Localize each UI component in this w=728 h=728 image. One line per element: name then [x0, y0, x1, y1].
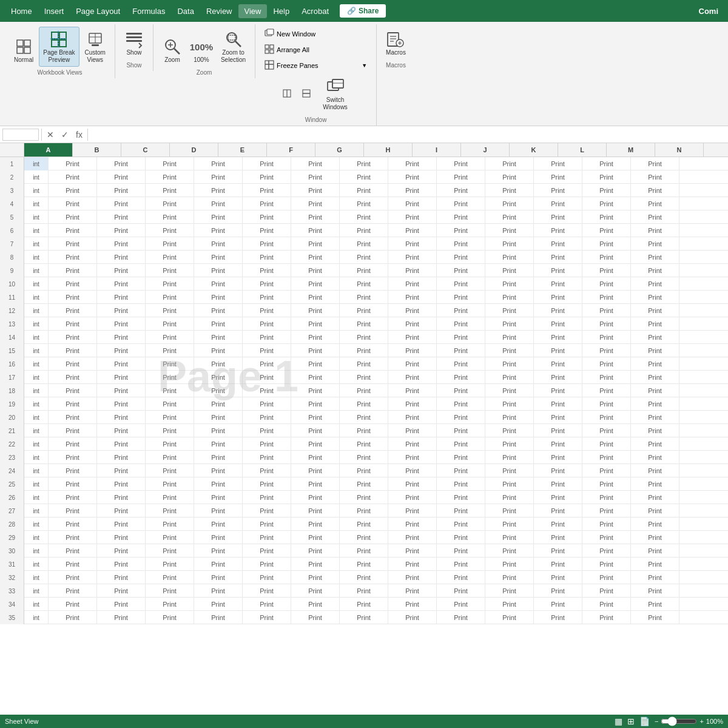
cell-I24[interactable]: Print — [388, 464, 437, 477]
cell-M17[interactable]: Print — [582, 371, 631, 384]
cell-E19[interactable]: Print — [194, 397, 243, 411]
cell-H20[interactable]: Print — [340, 411, 388, 424]
cell-J17[interactable]: Print — [437, 371, 485, 384]
page-layout-view-status-btn[interactable]: 📄 — [639, 716, 650, 726]
cell-D10[interactable]: Print — [146, 277, 194, 291]
cell-A7[interactable]: int — [24, 237, 49, 251]
cell-D9[interactable]: Print — [146, 264, 194, 277]
cell-M23[interactable]: Print — [582, 451, 631, 464]
cell-M29[interactable]: Print — [582, 531, 631, 544]
cell-N29[interactable]: Print — [631, 531, 679, 544]
cell-A20[interactable]: int — [24, 411, 49, 424]
cell-H1[interactable]: Print — [340, 157, 388, 170]
cell-F4[interactable]: Print — [243, 197, 291, 211]
arrange-all-button[interactable]: Arrange All — [260, 42, 371, 57]
cell-E33[interactable]: Print — [194, 584, 243, 598]
cell-I13[interactable]: Print — [388, 317, 437, 331]
cell-M13[interactable]: Print — [582, 317, 631, 331]
cell-G28[interactable]: Print — [291, 517, 340, 531]
cell-J9[interactable]: Print — [437, 264, 485, 277]
split-button[interactable] — [278, 74, 295, 114]
cell-H15[interactable]: Print — [340, 344, 388, 357]
cell-D29[interactable]: Print — [146, 531, 194, 544]
cell-B23[interactable]: Print — [49, 451, 97, 464]
cell-D6[interactable]: Print — [146, 224, 194, 237]
cell-D22[interactable]: Print — [146, 437, 194, 451]
cell-L17[interactable]: Print — [534, 371, 582, 384]
cell-A11[interactable]: int — [24, 291, 49, 304]
cell-L18[interactable]: Print — [534, 384, 582, 397]
cell-L4[interactable]: Print — [534, 197, 582, 211]
cell-H13[interactable]: Print — [340, 317, 388, 331]
cell-D34[interactable]: Print — [146, 598, 194, 611]
cell-J1[interactable]: Print — [437, 157, 485, 170]
cell-I4[interactable]: Print — [388, 197, 437, 211]
cell-L27[interactable]: Print — [534, 504, 582, 517]
cell-G35[interactable]: Print — [291, 611, 340, 624]
cell-A1[interactable]: int — [24, 157, 49, 170]
cell-M32[interactable]: Print — [582, 571, 631, 584]
cell-A32[interactable]: int — [24, 571, 49, 584]
cell-N15[interactable]: Print — [631, 344, 679, 357]
cell-J11[interactable]: Print — [437, 291, 485, 304]
cell-E29[interactable]: Print — [194, 531, 243, 544]
cell-C2[interactable]: Print — [97, 170, 146, 184]
cell-L14[interactable]: Print — [534, 331, 582, 344]
cell-N2[interactable]: Print — [631, 170, 679, 184]
cell-H4[interactable]: Print — [340, 197, 388, 211]
cell-L30[interactable]: Print — [534, 544, 582, 558]
cell-J2[interactable]: Print — [437, 170, 485, 184]
cell-I8[interactable]: Print — [388, 251, 437, 264]
custom-views-button[interactable]: CustomViews — [81, 27, 110, 67]
cell-J5[interactable]: Print — [437, 211, 485, 224]
cell-L2[interactable]: Print — [534, 170, 582, 184]
cell-C33[interactable]: Print — [97, 584, 146, 598]
cell-B8[interactable]: Print — [49, 251, 97, 264]
cell-A21[interactable]: int — [24, 424, 49, 437]
cell-B3[interactable]: Print — [49, 184, 97, 197]
cell-C3[interactable]: Print — [97, 184, 146, 197]
cell-F24[interactable]: Print — [243, 464, 291, 477]
cell-N31[interactable]: Print — [631, 558, 679, 571]
cell-B5[interactable]: Print — [49, 211, 97, 224]
cell-N25[interactable]: Print — [631, 477, 679, 491]
cell-B2[interactable]: Print — [49, 170, 97, 184]
cell-K21[interactable]: Print — [485, 424, 534, 437]
cell-H8[interactable]: Print — [340, 251, 388, 264]
cell-N33[interactable]: Print — [631, 584, 679, 598]
cell-G8[interactable]: Print — [291, 251, 340, 264]
cell-H3[interactable]: Print — [340, 184, 388, 197]
cell-E5[interactable]: Print — [194, 211, 243, 224]
cell-L28[interactable]: Print — [534, 517, 582, 531]
cell-M6[interactable]: Print — [582, 224, 631, 237]
cell-E22[interactable]: Print — [194, 437, 243, 451]
cell-H24[interactable]: Print — [340, 464, 388, 477]
cell-H33[interactable]: Print — [340, 584, 388, 598]
cell-L26[interactable]: Print — [534, 491, 582, 504]
cell-H35[interactable]: Print — [340, 611, 388, 624]
cell-F5[interactable]: Print — [243, 211, 291, 224]
cell-D24[interactable]: Print — [146, 464, 194, 477]
col-header-D[interactable]: D — [170, 143, 218, 157]
cell-M11[interactable]: Print — [582, 291, 631, 304]
cell-C22[interactable]: Print — [97, 437, 146, 451]
cell-A16[interactable]: int — [24, 357, 49, 371]
cell-B7[interactable]: Print — [49, 237, 97, 251]
cell-E35[interactable]: Print — [194, 611, 243, 624]
cell-L13[interactable]: Print — [534, 317, 582, 331]
cell-A28[interactable]: int — [24, 517, 49, 531]
cell-M30[interactable]: Print — [582, 544, 631, 558]
cell-N34[interactable]: Print — [631, 598, 679, 611]
cell-L33[interactable]: Print — [534, 584, 582, 598]
grid-body[interactable]: Page 1 1intPrintPrintPrintPrintPrintPrin… — [0, 157, 728, 728]
cell-H5[interactable]: Print — [340, 211, 388, 224]
cell-H29[interactable]: Print — [340, 531, 388, 544]
freeze-panes-button[interactable]: Freeze Panes ▼ — [260, 58, 371, 73]
cell-E32[interactable]: Print — [194, 571, 243, 584]
cell-L25[interactable]: Print — [534, 477, 582, 491]
cell-K35[interactable]: Print — [485, 611, 534, 624]
cell-F34[interactable]: Print — [243, 598, 291, 611]
cell-B33[interactable]: Print — [49, 584, 97, 598]
cell-C32[interactable]: Print — [97, 571, 146, 584]
cell-I15[interactable]: Print — [388, 344, 437, 357]
